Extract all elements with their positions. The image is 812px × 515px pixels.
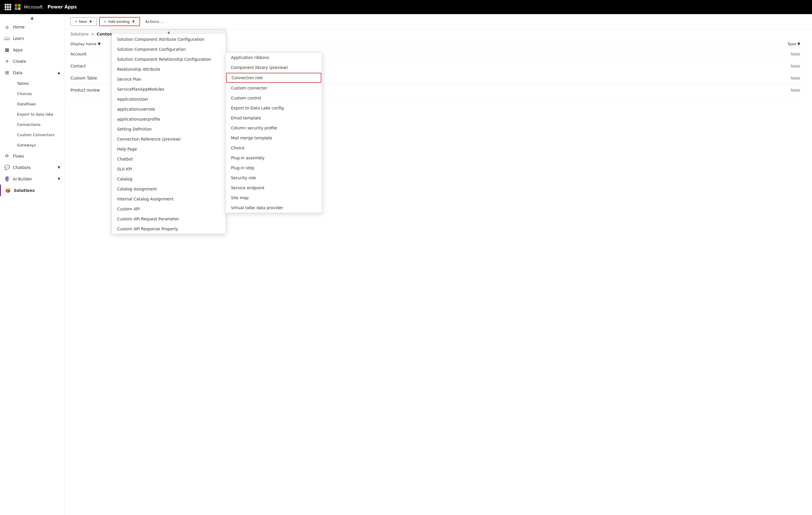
sidebar-item-home[interactable]: ⌂ Home [0,21,64,33]
dropdown-item[interactable]: Catalog [112,174,226,184]
sidebar-item-create[interactable]: + Create [0,55,64,67]
content-area: + New ▼ + Add existing ▼ Actions ... Sol… [64,14,812,515]
col-type-sort-icon: ▼ [797,42,800,46]
col-display-name-label: Display name [70,42,96,46]
breadcrumb-parent[interactable]: Solutions [70,32,89,36]
row-type: Table [790,64,806,68]
sidebar-item-export[interactable]: Export to data lake [13,109,64,119]
dropdown-item[interactable]: ApplicationUser [112,94,226,104]
dropdown-item-site-map[interactable]: Site map [226,193,322,203]
dropdown-item[interactable]: Solution Component Attribute Configurati… [112,34,226,44]
dropdown-item-plugin-step[interactable]: Plug-in step [226,163,322,173]
data-icon: ⊞ [4,70,10,76]
dropdown-item-email-template[interactable]: Email template [226,113,322,123]
dataflows-label: Dataflows [17,102,36,106]
choices-label: Choices [17,91,32,96]
dropdown-item[interactable]: applicationuserprofile [112,114,226,124]
dropdown-item-column-security[interactable]: Column security profile [226,123,322,133]
dropdown-item[interactable]: Custom API Request Parameter [112,214,226,224]
dropdown-item-virtual-table[interactable]: Virtual talbe data provider [226,203,322,213]
sidebar-item-chatbots[interactable]: 💬 Chatbots ▼ [0,162,64,173]
dropdown-item[interactable]: Service Plan [112,74,226,84]
sidebar-item-label: Create [13,59,26,64]
dropdown-item[interactable]: Catalog Assignment [112,184,226,194]
sidebar-item-flows[interactable]: ⟳ Flows [0,150,64,162]
connections-label: Connections [17,122,40,127]
home-icon: ⌂ [4,24,10,30]
dropdown-item[interactable]: Relationship Attribute [112,64,226,74]
flows-icon: ⟳ [4,153,10,159]
chatbots-chevron-icon: ▼ [58,166,60,169]
row-type: Table [790,88,806,92]
dropdown-item-connection-role[interactable]: Connection role [226,73,321,83]
dropdown-item[interactable]: Custom API Response Property [112,224,226,234]
add-existing-chevron-icon: ▼ [132,19,135,24]
microsoft-logo [15,4,21,10]
custom-connectors-label: Custom Connectors [17,133,55,137]
dropdown-item-export-datalake[interactable]: Export to Data Lake config [226,103,322,113]
row-type: Table [790,76,806,80]
sub-menu-dropdown[interactable]: Application ribbons Component library (p… [225,52,322,213]
sidebar-scroll-up[interactable]: ▲ [0,14,64,21]
add-existing-dropdown[interactable]: ▲ Solution Component Attribute Configura… [112,29,226,234]
tables-label: Tables [17,81,29,86]
col-type-label: Type [787,42,796,46]
dropdown-item[interactable]: Custom API [112,204,226,214]
sidebar-item-dataflows[interactable]: Dataflows [13,99,64,109]
sidebar-item-data[interactable]: ⊞ Data ▲ [0,67,64,78]
sidebar-item-apps[interactable]: ▦ Apps [0,44,64,55]
dropdown-item[interactable]: Help Page [112,144,226,154]
waffle-menu[interactable] [5,4,11,10]
topbar-title: Power Apps [48,4,77,10]
col-sort-icon: ▼ [98,42,100,46]
sidebar-item-label: Chatbots [13,165,31,170]
more-dots-icon: ... [161,19,164,24]
sidebar-item-solutions[interactable]: 📦 Solutions [0,184,64,196]
new-button[interactable]: + New ▼ [70,17,97,26]
dropdown-item[interactable]: ServicePlanAppModules [112,84,226,94]
add-existing-label: Add existing [108,19,130,24]
dropdown-item[interactable]: SLA KPI [112,164,226,174]
new-plus-icon: + [75,19,77,24]
sidebar-item-label: Learn [13,36,24,41]
dropdown-item-security-role[interactable]: Security role [226,173,322,183]
sidebar-item-learn[interactable]: 📖 Learn [0,33,64,44]
export-label: Export to data lake [17,112,53,116]
sidebar-item-label: Solutions [14,188,35,193]
add-existing-plus-icon: + [104,19,106,24]
sidebar-item-custom-connectors[interactable]: Custom Connectors [13,130,64,140]
data-submenu: Tables Choices Dataflows Export to data … [0,78,64,150]
microsoft-label: Microsoft [24,5,43,9]
dropdown-item-component-library[interactable]: Component library (preview) [226,62,322,73]
dropdown-item-app-ribbons[interactable]: Application ribbons [226,53,322,62]
dropdown-item-service-endpoint[interactable]: Service endpoint [226,183,322,193]
sidebar-item-choices[interactable]: Choices [13,89,64,99]
sidebar-item-label: Data [13,70,22,75]
dropdown-item-custom-control[interactable]: Custom control [226,93,322,103]
sidebar-item-connections[interactable]: Connections [13,119,64,130]
dropdown-item[interactable]: Connection Reference (preview) [112,134,226,144]
sidebar-item-label: AI Builder [13,177,32,181]
more-actions-menu[interactable]: Actions ... [142,18,167,26]
scroll-up-indicator[interactable]: ▲ [112,30,226,34]
dropdown-item[interactable]: Internal Catalog Assignment [112,194,226,204]
new-label: New [79,19,87,24]
actions-label: Actions [145,19,160,24]
dropdown-item-choice[interactable]: Choice [226,143,322,153]
add-existing-button[interactable]: + Add existing ▼ [99,17,140,26]
dropdown-item[interactable]: Setting Definition [112,124,226,134]
sidebar-item-ai-builder[interactable]: 🔮 AI Builder ▼ [0,173,64,184]
dropdown-item[interactable]: Solution Component Configuration [112,44,226,54]
dropdown-item-custom-connector[interactable]: Custom connector [226,83,322,93]
dropdown-item[interactable]: Chatbot [112,154,226,164]
dropdown-item-mail-merge[interactable]: Mail merge template [226,133,322,143]
gateways-label: Gateways [17,143,36,147]
col-type[interactable]: Type ▼ [787,42,806,46]
sidebar-item-gateways[interactable]: Gateways [13,140,64,150]
learn-icon: 📖 [4,35,10,41]
sidebar-item-tables[interactable]: Tables [13,78,64,89]
dropdown-item[interactable]: applicationuserrole [112,104,226,114]
dropdown-item[interactable]: Solution Component Relationship Configur… [112,54,226,64]
dropdown-item-plugin-assembly[interactable]: Plug-in assembly [226,153,322,163]
ai-builder-icon: 🔮 [4,176,10,182]
